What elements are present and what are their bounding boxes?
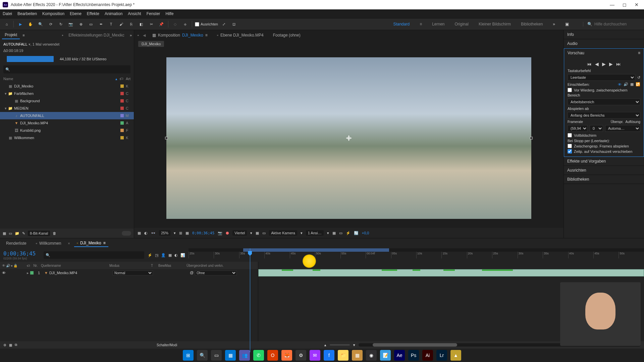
layer-parent-select[interactable]: Ohne: [195, 270, 237, 276]
project-item[interactable]: ▾📁FarbflächenC: [0, 90, 134, 97]
shortcut-select[interactable]: Leertaste: [568, 74, 635, 81]
project-item[interactable]: ▼DJI_Mexiko.MP4A: [0, 119, 134, 127]
selection-tool-icon[interactable]: ▶: [16, 20, 24, 28]
cached-frames-toggle[interactable]: Zwischengesp. Frames abspielen: [568, 144, 640, 148]
snap-opt-icon[interactable]: ⤢: [220, 20, 228, 28]
close-button[interactable]: ✕: [635, 2, 639, 7]
project-item[interactable]: ♪AUTOUNFALLM: [0, 112, 134, 119]
zoom-tool-icon[interactable]: 🔍: [37, 20, 45, 28]
transform-handle-left[interactable]: [165, 137, 168, 139]
col-solo-icon[interactable]: ●: [11, 264, 13, 267]
minimize-button[interactable]: —: [610, 2, 614, 7]
taskbar-lightroom[interactable]: Lr: [436, 350, 447, 361]
project-search[interactable]: 🔍: [3, 65, 130, 73]
taskbar-windows-start[interactable]: ⊞: [183, 350, 194, 361]
workspace-original[interactable]: Original: [455, 22, 469, 26]
res-grid-icon[interactable]: ⊞: [179, 231, 182, 235]
new-comp-icon[interactable]: ▭: [9, 231, 12, 236]
work-area-bar[interactable]: [243, 248, 389, 252]
col-quellenname[interactable]: Quellenname: [41, 264, 108, 267]
channel-icon[interactable]: ◐: [144, 231, 148, 235]
tab-menu-icon[interactable]: ≡: [103, 241, 106, 245]
move-time-toggle[interactable]: Zeitp. auf Vorschauzeit verschieben: [568, 149, 640, 154]
trash-icon[interactable]: 🗑: [53, 231, 56, 235]
project-item[interactable]: ▦BackgroundC: [0, 97, 134, 105]
tab-overflow-icon[interactable]: »: [130, 33, 132, 37]
col-modus[interactable]: Modus: [109, 264, 150, 267]
menu-komposition[interactable]: Komposition: [42, 11, 64, 16]
panel-info[interactable]: Info: [564, 30, 644, 39]
comp-lock-icon[interactable]: ▫: [138, 33, 139, 37]
bit-depth-selector[interactable]: 8-Bit-Kanal: [28, 231, 50, 236]
project-item[interactable]: ▦DJI_MexikoK: [0, 82, 134, 90]
project-item[interactable]: 🖼Kursbild.pngF: [0, 127, 134, 134]
col-parent[interactable]: Übergeordnet und verkn.: [186, 264, 233, 267]
workspace-overflow-icon[interactable]: »: [553, 22, 555, 26]
col-label-icon[interactable]: 🏷: [27, 264, 30, 267]
taskbar-obs[interactable]: ◉: [366, 350, 377, 361]
menu-animation[interactable]: Animation: [105, 11, 122, 16]
taskbar-search[interactable]: 🔍: [197, 350, 208, 361]
toggle-modes-icon[interactable]: ▦: [9, 343, 12, 347]
puppet-tool-icon[interactable]: 📌: [157, 20, 165, 28]
taskbar-firefox[interactable]: 🦊: [281, 350, 292, 361]
menu-ansicht[interactable]: Ansicht: [128, 11, 141, 16]
loop-icon[interactable]: 🔁: [636, 82, 640, 86]
menu-datei[interactable]: Datei: [3, 11, 12, 16]
brush-tool-icon[interactable]: 🖌: [117, 20, 125, 28]
text-tool-icon[interactable]: T: [107, 20, 115, 28]
timecode-viewer[interactable]: 0;00;36;45: [192, 231, 214, 235]
taskbar-illustrator[interactable]: Ai: [422, 350, 433, 361]
prev-frame-icon[interactable]: ◀: [595, 61, 599, 67]
view-opt3-icon[interactable]: ⚡: [346, 231, 351, 235]
menu-bearbeiten[interactable]: Bearbeiten: [17, 11, 37, 16]
taskbar-notepad[interactable]: 📝: [380, 350, 391, 361]
col-tag-icon[interactable]: 🏷: [119, 77, 123, 81]
panel-vorschau[interactable]: Vorschau≡: [564, 49, 644, 57]
menu-fenster[interactable]: Fenster: [147, 11, 160, 16]
view-opt1-icon[interactable]: ▦: [332, 231, 336, 235]
help-search[interactable]: 🔍: [583, 22, 641, 26]
col-lock-icon[interactable]: 🔒: [13, 264, 17, 267]
view-opt2-icon[interactable]: ▭: [339, 231, 342, 235]
layer-row-1[interactable]: 👁 ▸ 1 ▼DJI_Mexiko.MP4 Normal @Ohne: [0, 269, 258, 277]
graph-editor-icon[interactable]: 📊: [180, 253, 185, 257]
preview-frame[interactable]: [166, 57, 531, 219]
motion-blur-icon[interactable]: ◐: [174, 253, 178, 257]
include-overlay-icon[interactable]: ▦: [630, 82, 634, 86]
layer-color-swatch[interactable]: [30, 271, 34, 275]
transparency-icon[interactable]: ▦: [256, 231, 259, 235]
panel-audio[interactable]: Audio: [564, 39, 644, 48]
tab-renderliste[interactable]: Renderliste: [3, 240, 29, 247]
tool-opt-2-icon[interactable]: ◆: [181, 20, 189, 28]
exposure-value[interactable]: +0,0: [362, 231, 369, 235]
zoom-out-icon[interactable]: ▲: [324, 343, 327, 347]
eraser-tool-icon[interactable]: ◧: [137, 20, 145, 28]
workspace-bibliotheken[interactable]: Bibliotheken: [521, 22, 543, 26]
rotate-tool-icon[interactable]: ↻: [57, 20, 65, 28]
cache-before-toggle[interactable]: Vor Wiederg. zwischenspeichern: [568, 88, 640, 92]
layer-mode-select[interactable]: Normal: [113, 270, 153, 276]
shape-tool-icon[interactable]: ▭: [87, 20, 95, 28]
playhead[interactable]: [250, 248, 250, 352]
workspace-kleiner[interactable]: Kleiner Bildschirm: [479, 22, 511, 26]
camera-tool-icon[interactable]: 📷: [67, 20, 75, 28]
taskbar-facebook[interactable]: f: [324, 350, 334, 361]
project-toggle[interactable]: [122, 231, 131, 236]
col-nr[interactable]: Nr.: [32, 264, 40, 267]
tab-close-icon[interactable]: ×: [68, 241, 70, 245]
col-audio-icon[interactable]: 🔊: [6, 264, 10, 267]
play-icon[interactable]: ▶: [602, 61, 606, 67]
anchor-point-icon[interactable]: [346, 135, 352, 141]
roto-tool-icon[interactable]: ✂: [147, 20, 155, 28]
col-trkmat[interactable]: T: [151, 264, 157, 267]
workspace-panel-icon[interactable]: ▣: [565, 22, 569, 26]
region-icon[interactable]: ▭: [262, 231, 266, 235]
schalter-modi-button[interactable]: Schalter/Modi: [157, 343, 177, 347]
tool-opt-1-icon[interactable]: ◇: [171, 20, 179, 28]
snap-toggle[interactable]: Ausrichten: [195, 22, 218, 26]
tab-active-comp[interactable]: ▫DJI_Mexiko≡: [74, 240, 108, 247]
time-ruler[interactable]: 25s30s35s40s45s50s55s00:04f05s10s15s20s2…: [189, 248, 644, 262]
taskbar-messenger[interactable]: ✉: [310, 350, 320, 361]
workspace-standard[interactable]: Standard: [393, 22, 410, 26]
